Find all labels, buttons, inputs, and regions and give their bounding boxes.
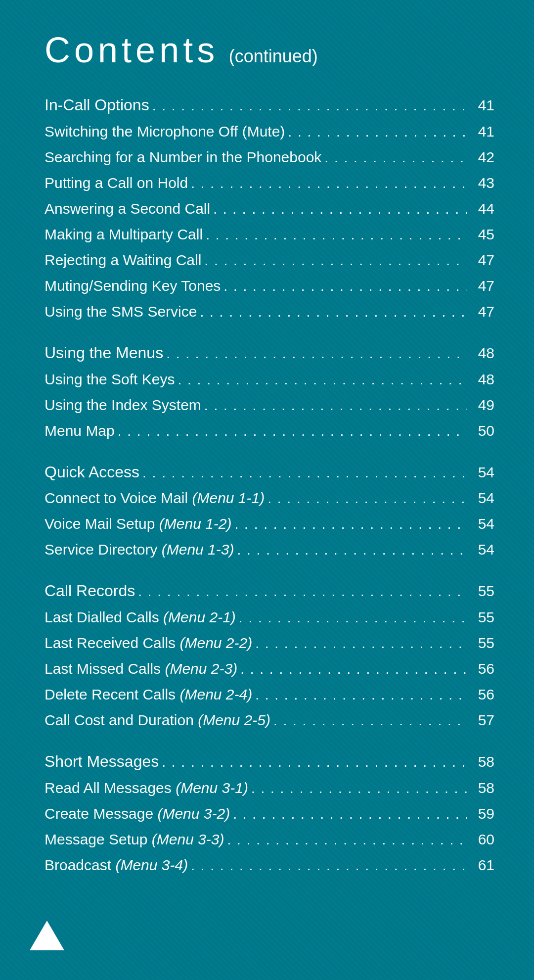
toc-entry-dots: . . . . . . . . . . . . . . . . . . . . …: [255, 685, 467, 704]
toc-row: Muting/Sending Key Tones. . . . . . . . …: [44, 276, 494, 296]
toc-entry-dots: . . . . . . . . . . . . . . . . . . . . …: [213, 199, 467, 219]
toc-entry-page: 49: [470, 395, 494, 416]
title-area: Contents (continued): [44, 30, 494, 70]
toc-entry-title: Searching for a Number in the Phonebook: [44, 147, 321, 168]
toc-row: Last Dialled Calls (Menu 2-1). . . . . .…: [44, 607, 494, 628]
toc-entry-dots: . . . . . . . . . . . . . . . . . . . . …: [200, 302, 467, 322]
toc-entry-page: 48: [470, 369, 494, 390]
toc-entry-title: Quick Access: [44, 461, 139, 483]
toc-entry-title: In-Call Options: [44, 94, 149, 116]
toc-row: Message Setup (Menu 3-3). . . . . . . . …: [44, 829, 494, 850]
section-quick-access: Quick Access. . . . . . . . . . . . . . …: [44, 461, 494, 560]
toc-entry-title: Voice Mail Setup (Menu 1-2): [44, 513, 232, 534]
toc-entry-dots: . . . . . . . . . . . . . . . . . . . . …: [191, 856, 467, 875]
toc-entry-title: Message Setup (Menu 3-3): [44, 829, 224, 850]
toc-entry-dots: . . . . . . . . . . . . . . . . . . . . …: [204, 396, 467, 415]
toc-entry-title: Switching the Microphone Off (Mute): [44, 121, 285, 142]
toc-entry-page: 47: [470, 276, 494, 296]
toc-entry-menu: (Menu 1-3): [157, 541, 234, 558]
section-short-messages: Short Messages. . . . . . . . . . . . . …: [44, 750, 494, 876]
page-container: Contents (continued) In-Call Options. . …: [0, 0, 534, 980]
toc-entry-title: Last Dialled Calls (Menu 2-1): [44, 607, 236, 628]
toc-entry-title: Create Message (Menu 3-2): [44, 803, 230, 824]
toc-entry-page: 47: [470, 250, 494, 271]
toc-entry-dots: . . . . . . . . . . . . . . . . . . . . …: [255, 634, 467, 653]
toc-row: Searching for a Number in the Phonebook.…: [44, 147, 494, 168]
toc-entry-title: Short Messages: [44, 750, 159, 773]
toc-entry-dots: . . . . . . . . . . . . . . . . . . . . …: [233, 804, 467, 824]
toc-entry-page: 54: [470, 513, 494, 534]
toc-row: Switching the Microphone Off (Mute). . .…: [44, 121, 494, 142]
toc-row: Broadcast (Menu 3-4). . . . . . . . . . …: [44, 855, 494, 876]
toc-entry-menu: (Menu 3-2): [153, 805, 230, 822]
toc-entry-title: Call Records: [44, 580, 135, 602]
toc-entry-title: Delete Recent Calls (Menu 2-4): [44, 684, 252, 705]
toc-entry-menu: (Menu 1-2): [155, 515, 231, 532]
toc-entry-page: 48: [470, 343, 494, 364]
toc-entry-dots: . . . . . . . . . . . . . . . . . . . . …: [240, 659, 467, 679]
toc-entry-dots: . . . . . . . . . . . . . . . . . . . . …: [288, 122, 467, 141]
toc-entry-dots: . . . . . . . . . . . . . . . . . . . . …: [235, 514, 467, 534]
toc-row: Using the Soft Keys. . . . . . . . . . .…: [44, 369, 494, 390]
toc-entry-page: 47: [470, 301, 494, 322]
toc-entry-menu: (Menu 2-2): [176, 635, 252, 651]
toc-row: Putting a Call on Hold. . . . . . . . . …: [44, 173, 494, 193]
toc-entry-menu: (Menu 2-1): [159, 609, 236, 625]
toc-row: Using the Menus. . . . . . . . . . . . .…: [44, 342, 494, 364]
toc-entry-page: 56: [470, 684, 494, 705]
toc-entry-dots: . . . . . . . . . . . . . . . . . . . . …: [267, 489, 467, 508]
toc-entry-page: 59: [470, 803, 494, 824]
toc-entry-title: Last Missed Calls (Menu 2-3): [44, 658, 237, 679]
toc-row: Answering a Second Call. . . . . . . . .…: [44, 198, 494, 219]
page-title: Contents: [44, 30, 219, 70]
section-using-menus: Using the Menus. . . . . . . . . . . . .…: [44, 342, 494, 441]
toc-row: Service Directory (Menu 1-3). . . . . . …: [44, 539, 494, 560]
toc-entry-dots: . . . . . . . . . . . . . . . . . . . . …: [152, 96, 467, 115]
toc-entry-page: 54: [470, 488, 494, 509]
toc-entry-title: Connect to Voice Mail (Menu 1-1): [44, 488, 265, 509]
toc-entry-dots: . . . . . . . . . . . . . . . . . . . . …: [223, 277, 467, 296]
section-call-records: Call Records. . . . . . . . . . . . . . …: [44, 580, 494, 731]
toc-entry-page: 42: [470, 147, 494, 168]
toc-entry-dots: . . . . . . . . . . . . . . . . . . . . …: [162, 752, 467, 772]
toc-entry-title: Broadcast (Menu 3-4): [44, 855, 188, 876]
toc-row: Using the Index System. . . . . . . . . …: [44, 395, 494, 416]
toc-entry-menu: (Menu 2-3): [161, 660, 237, 677]
toc-entry-dots: . . . . . . . . . . . . . . . . . . . . …: [142, 463, 467, 482]
toc-entry-dots: . . . . . . . . . . . . . . . . . . . . …: [166, 344, 467, 363]
toc-entry-title: Using the Soft Keys: [44, 369, 175, 390]
toc-entry-menu: (Menu 1-1): [188, 490, 265, 506]
toc-entry-page: 54: [470, 462, 494, 483]
toc-entry-page: 41: [470, 121, 494, 142]
toc-entry-title: Last Received Calls (Menu 2-2): [44, 633, 252, 653]
toc-entry-dots: . . . . . . . . . . . . . . . . . . . . …: [227, 830, 467, 849]
toc-entry-title: Menu Map: [44, 420, 115, 441]
toc-row: Create Message (Menu 3-2). . . . . . . .…: [44, 803, 494, 824]
toc-row: Read All Messages (Menu 3-1). . . . . . …: [44, 778, 494, 798]
toc-entry-page: 50: [470, 420, 494, 441]
toc-row: Rejecting a Waiting Call. . . . . . . . …: [44, 250, 494, 271]
toc-entry-page: 56: [470, 658, 494, 679]
toc-entry-menu: (Menu 3-3): [147, 831, 224, 847]
toc-row: Last Received Calls (Menu 2-2). . . . . …: [44, 633, 494, 653]
toc-entry-page: 60: [470, 829, 494, 850]
toc-row: Making a Multiparty Call. . . . . . . . …: [44, 224, 494, 245]
toc-row: Voice Mail Setup (Menu 1-2). . . . . . .…: [44, 513, 494, 534]
toc-entry-page: 41: [470, 95, 494, 116]
toc-entry-title: Making a Multiparty Call: [44, 224, 203, 245]
toc-row: Quick Access. . . . . . . . . . . . . . …: [44, 461, 494, 483]
toc-row: Call Cost and Duration (Menu 2-5). . . .…: [44, 710, 494, 731]
toc-entry-menu: (Menu 2-4): [176, 686, 252, 702]
toc-entry-title: Answering a Second Call: [44, 198, 210, 219]
toc-row: Delete Recent Calls (Menu 2-4). . . . . …: [44, 684, 494, 705]
toc-row: Connect to Voice Mail (Menu 1-1). . . . …: [44, 488, 494, 509]
toc-entry-page: 58: [470, 778, 494, 798]
toc-entry-dots: . . . . . . . . . . . . . . . . . . . . …: [237, 540, 467, 560]
toc-entry-dots: . . . . . . . . . . . . . . . . . . . . …: [239, 608, 467, 627]
toc-entry-title: Using the SMS Service: [44, 301, 197, 322]
toc-entry-title: Putting a Call on Hold: [44, 173, 188, 193]
toc-entry-menu: (Menu 2-5): [194, 712, 270, 728]
toc-entry-dots: . . . . . . . . . . . . . . . . . . . . …: [251, 779, 467, 798]
toc-entry-title: Read All Messages (Menu 3-1): [44, 778, 248, 798]
toc-entry-dots: . . . . . . . . . . . . . . . . . . . . …: [191, 174, 467, 193]
